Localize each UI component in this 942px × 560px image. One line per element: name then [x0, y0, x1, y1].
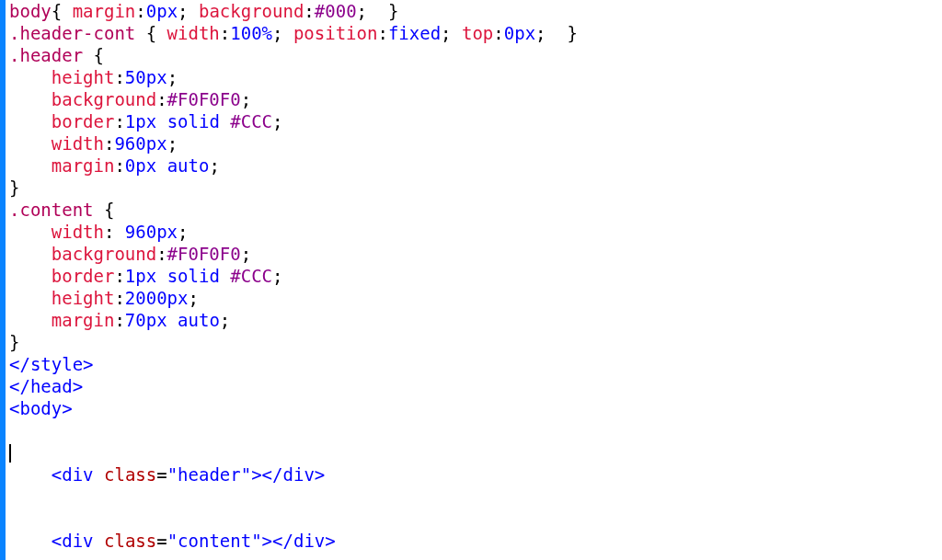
code-token: top	[462, 23, 493, 43]
code-token: solid	[167, 111, 220, 131]
code-token: #F0F0F0	[167, 89, 241, 109]
code-token: </	[9, 376, 30, 396]
code-token: ;	[189, 288, 199, 308]
code-line[interactable]: body{ margin:0px; background:#000; }	[9, 0, 942, 22]
code-token: background	[52, 244, 156, 264]
code-token: #000	[315, 1, 357, 21]
code-token: ;	[272, 266, 282, 286]
code-token: #CCC	[230, 111, 272, 131]
code-line[interactable]	[9, 486, 942, 508]
code-line[interactable]: height:2000px;	[9, 287, 942, 309]
code-line[interactable]: <div class="header"></div>	[9, 463, 942, 486]
code-token: ;	[178, 1, 199, 21]
code-line[interactable]	[9, 419, 942, 441]
code-line[interactable]: margin:70px auto;	[9, 309, 942, 331]
code-line[interactable]: background:#F0F0F0;	[9, 243, 942, 265]
code-line[interactable]: }	[9, 331, 942, 353]
code-token: :	[220, 23, 230, 43]
code-token: :	[114, 155, 124, 176]
code-token: 50px	[125, 67, 167, 87]
code-token: ;	[209, 155, 219, 176]
code-line[interactable]: border:1px solid #CCC;	[9, 265, 942, 287]
code-line[interactable]: </head>	[9, 375, 942, 397]
code-line[interactable]	[9, 441, 942, 463]
code-token: div	[283, 464, 315, 485]
code-line[interactable]: width: 960px;	[9, 221, 942, 243]
code-line[interactable]: border:1px solid #CCC;	[9, 110, 942, 132]
code-token: div	[62, 464, 93, 485]
code-token: border	[52, 111, 115, 131]
code-token	[94, 531, 104, 551]
code-token: >	[83, 354, 93, 374]
code-token: :	[377, 23, 387, 43]
code-token: .header-cont	[9, 23, 135, 43]
code-token: 70px	[125, 310, 167, 330]
code-line[interactable]: .header {	[9, 44, 942, 66]
code-token: width	[52, 133, 104, 154]
code-token: </	[9, 354, 30, 374]
code-editor-area[interactable]: body{ margin:0px; background:#000; }.hea…	[9, 0, 942, 560]
code-token: ;	[241, 89, 251, 109]
code-line[interactable]: margin:0px auto;	[9, 154, 942, 177]
code-token: >	[325, 531, 335, 551]
code-token: ;	[535, 23, 557, 43]
code-token: {	[83, 45, 104, 65]
code-token: ></	[262, 531, 293, 551]
code-token: 0px	[504, 23, 535, 43]
code-token: class	[104, 531, 156, 551]
code-token	[94, 464, 104, 485]
code-token: ;	[167, 67, 178, 87]
code-token: 2000px	[125, 288, 189, 308]
code-token: }	[377, 1, 398, 21]
code-line[interactable]: background:#F0F0F0;	[9, 88, 942, 110]
code-token: }	[9, 332, 19, 352]
code-token: ;	[241, 244, 251, 264]
code-token: :	[114, 266, 124, 286]
code-token: }	[9, 177, 19, 198]
code-token: }	[557, 23, 578, 43]
code-token: class	[104, 464, 156, 485]
code-token: =	[156, 464, 167, 485]
code-token: :	[304, 1, 314, 21]
code-line[interactable]: width:960px;	[9, 132, 942, 154]
code-token: width	[167, 23, 220, 43]
code-token: :	[114, 111, 124, 131]
code-token: <	[9, 398, 19, 418]
code-token: auto	[167, 155, 210, 176]
code-token: :	[493, 23, 503, 43]
code-token: :	[135, 1, 145, 21]
code-line[interactable]: height:50px;	[9, 66, 942, 88]
code-line[interactable]: <body>	[9, 397, 942, 419]
code-token: solid	[167, 266, 220, 286]
code-token: #F0F0F0	[167, 244, 241, 264]
code-token: ;	[178, 222, 188, 242]
code-token: ></	[251, 464, 282, 485]
code-token: height	[52, 288, 115, 308]
code-token: :	[114, 67, 124, 87]
code-token: margin	[52, 155, 115, 176]
code-token: ;	[441, 23, 462, 43]
code-token: body	[9, 1, 52, 21]
code-token: .header	[9, 45, 83, 65]
code-token: #CCC	[230, 266, 272, 286]
code-token: :	[104, 222, 125, 242]
code-line[interactable]: }	[9, 177, 942, 199]
code-token: .content	[9, 200, 94, 220]
code-token	[156, 266, 167, 286]
code-token: {	[94, 200, 115, 220]
code-token: background	[52, 89, 156, 109]
code-line[interactable]: <div class="content"></div>	[9, 530, 942, 552]
code-token: "header"	[167, 464, 252, 485]
text-caret	[9, 444, 10, 463]
code-token: :	[114, 288, 124, 308]
code-token	[156, 155, 167, 176]
code-token: ;	[272, 111, 282, 131]
code-token: :	[114, 310, 124, 330]
code-token: <	[52, 464, 62, 485]
code-line[interactable]: .content {	[9, 199, 942, 221]
code-line[interactable]: .header-cont { width:100%; position:fixe…	[9, 22, 942, 44]
code-line[interactable]	[9, 508, 942, 530]
code-token: 960px	[114, 133, 167, 154]
code-line[interactable]: </style>	[9, 353, 942, 375]
code-token: auto	[178, 310, 220, 330]
